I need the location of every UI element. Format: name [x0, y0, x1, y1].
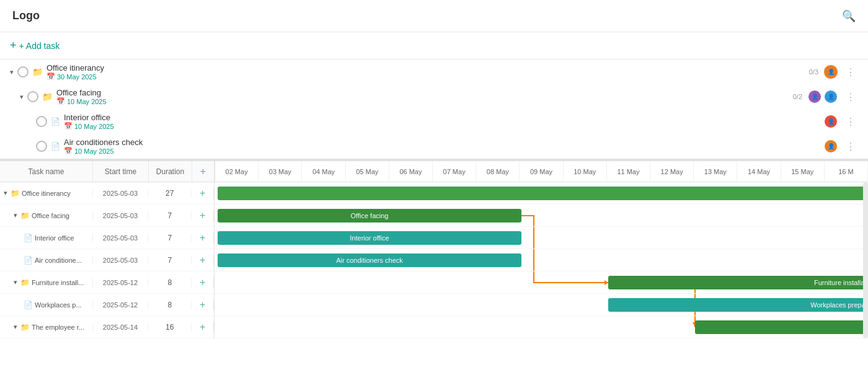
gantt-header: Task name Start time Duration + 02 May03… — [0, 160, 868, 182]
kebab-menu-icon[interactable]: ⋮ — [843, 66, 858, 78]
date-header-col: 05 May — [346, 161, 389, 182]
col-header-start: Start time — [93, 161, 149, 182]
vertical-scrollbar[interactable] — [863, 182, 868, 338]
gantt-bar[interactable] — [218, 187, 868, 200]
gantt-bar[interactable] — [695, 320, 868, 334]
gantt-left-body: ▾ 📁 Office itinerancy 2025-05-03 27 + ▾ … — [0, 182, 215, 338]
task-name-text: Workplaces p... — [35, 301, 82, 309]
task-name-text: Office facing — [32, 212, 69, 219]
add-row-button[interactable]: + — [200, 188, 205, 199]
gantt-bar[interactable]: Workplaces prepara... — [608, 298, 868, 312]
duration-cell: 8 — [148, 301, 192, 309]
add-row-cell[interactable]: + — [192, 232, 214, 244]
kebab-menu-icon[interactable]: ⋮ — [843, 141, 858, 152]
task-name-text: Office itinerancy — [22, 190, 71, 197]
folder-icon: 📁 — [32, 67, 43, 77]
date-header-col: 09 May — [520, 161, 563, 182]
avatar: 👤 — [823, 89, 838, 104]
add-task-button[interactable]: + + Add task — [10, 39, 60, 52]
progress-badge: 0/2 — [793, 93, 802, 100]
task-tree: ▾ 📁 Office itinerancy 📅 30 May 2025 0/3 … — [0, 59, 868, 160]
add-task-bar: + + Add task — [0, 32, 868, 59]
tree-row-air-conditioners: 📄 Air conditioners check 📅 10 May 2025 👤… — [0, 134, 868, 159]
add-row-cell[interactable]: + — [192, 322, 214, 333]
date-header-col: 15 May — [781, 161, 825, 182]
gantt-chart-row: Interior office — [215, 227, 868, 249]
add-row-cell[interactable]: + — [192, 188, 214, 199]
gantt-bar[interactable]: Interior office — [218, 231, 521, 245]
add-row-button[interactable]: + — [200, 322, 205, 333]
add-row-button[interactable]: + — [200, 299, 205, 311]
task-name-cell: ▾ 📁 The employee r... — [0, 323, 93, 332]
duration-cell: 27 — [148, 189, 192, 198]
add-row-cell[interactable]: + — [192, 299, 214, 311]
add-row-cell[interactable]: + — [192, 210, 214, 221]
chevron-icon[interactable]: ▾ — [14, 323, 17, 331]
add-row-cell[interactable]: + — [192, 277, 214, 288]
plus-icon: + — [10, 39, 17, 52]
add-row-cell[interactable]: + — [192, 255, 214, 266]
task-name-cell: ▾ 📁 Office itinerancy — [0, 189, 93, 198]
file-icon: 📄 — [24, 301, 33, 309]
gantt-chart-row: Workplaces prepara... — [215, 294, 868, 316]
task-name: Air conditioners check — [64, 138, 143, 147]
task-name: Office facing — [56, 88, 101, 97]
gantt-chart-row: Furniture installati... — [215, 271, 868, 294]
kebab-menu-icon[interactable]: ⋮ — [843, 91, 858, 103]
add-row-button[interactable]: + — [200, 255, 205, 266]
gantt-row: ▾ 📁 Office facing 2025-05-03 7 + — [0, 205, 214, 227]
gantt-chart-row: Air conditioners check — [215, 249, 868, 271]
gantt-row: 📄 Workplaces p... 2025-05-12 8 + — [0, 294, 214, 316]
task-checkbox[interactable] — [27, 91, 38, 102]
calendar-icon: 📅 — [56, 97, 65, 105]
task-checkbox[interactable] — [17, 66, 29, 77]
gantt-row: 📄 Air conditione... 2025-05-03 7 + — [0, 249, 214, 271]
chevron-down-icon[interactable]: ▾ — [20, 93, 24, 101]
task-checkbox[interactable] — [36, 116, 47, 127]
gantt-date-header: 02 May03 May04 May05 May06 May07 May08 M… — [215, 161, 868, 182]
gantt-chart-row: Office facing — [215, 205, 868, 227]
file-icon: 📄 — [51, 117, 60, 126]
task-name: Office itinerancy — [46, 63, 104, 73]
date-header-col: 13 May — [694, 161, 737, 182]
chevron-down-icon[interactable]: ▾ — [10, 68, 14, 76]
task-name-cell: 📄 Interior office — [0, 234, 93, 242]
gantt-bar[interactable]: Furniture installati... — [608, 276, 868, 289]
add-row-button[interactable]: + — [200, 210, 205, 221]
start-cell: 2025-05-03 — [93, 257, 149, 264]
add-row-button[interactable]: + — [200, 277, 205, 288]
add-column-icon[interactable]: + — [200, 166, 206, 177]
task-name-cell: ▾ 📁 Furniture install... — [0, 278, 93, 287]
date-header-col: 04 May — [302, 161, 345, 182]
gantt-bar[interactable]: Air conditioners check — [218, 253, 521, 267]
avatar: 👤 — [823, 64, 838, 79]
duration-cell: 16 — [148, 323, 192, 332]
chevron-icon[interactable]: ▾ — [14, 278, 17, 286]
task-name: Interior office — [64, 113, 110, 122]
tree-row-interior-office: 📄 Interior office 📅 10 May 2025 👤 ⋮ — [0, 109, 868, 134]
chevron-icon[interactable]: ▾ — [4, 189, 7, 197]
gantt-chart-row — [215, 182, 868, 205]
date-header-col: 08 May — [476, 161, 520, 182]
col-header-duration: Duration — [149, 161, 192, 182]
start-cell: 2025-05-03 — [93, 234, 149, 242]
chevron-icon[interactable]: ▾ — [14, 211, 17, 219]
start-cell: 2025-05-12 — [93, 279, 149, 286]
header: Logo 🔍 — [0, 0, 868, 32]
add-row-button[interactable]: + — [200, 232, 205, 244]
date-header-col: 03 May — [259, 161, 302, 182]
file-icon: 📄 — [24, 234, 33, 242]
date-header-col: 10 May — [564, 161, 607, 182]
gantt-left-header: Task name Start time Duration + — [0, 161, 215, 182]
task-checkbox[interactable] — [36, 141, 47, 152]
duration-cell: 7 — [148, 256, 192, 265]
gantt-chart-area: Office facingInterior officeAir conditio… — [215, 182, 868, 338]
task-name-cell: 📄 Air conditione... — [0, 256, 93, 265]
date-header-col: 06 May — [389, 161, 433, 182]
gantt-row: ▾ 📁 Office itinerancy 2025-05-03 27 + — [0, 182, 214, 205]
folder-icon: 📁 — [11, 189, 20, 198]
search-button[interactable]: 🔍 — [842, 9, 856, 23]
kebab-menu-icon[interactable]: ⋮ — [843, 116, 858, 128]
folder-icon: 📁 — [20, 278, 30, 287]
gantt-bar[interactable]: Office facing — [218, 209, 521, 222]
